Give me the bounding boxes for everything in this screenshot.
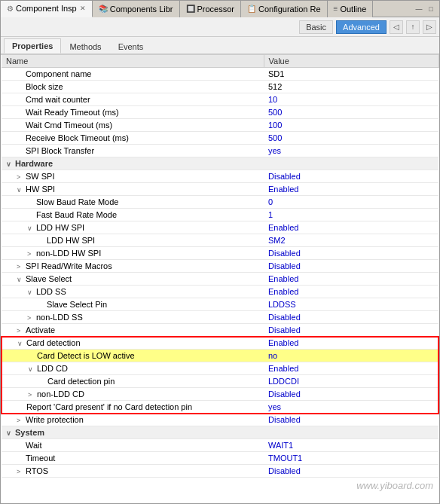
prop-value-cell: WAIT1 xyxy=(264,439,438,452)
prop-name-label: Activate xyxy=(26,325,55,334)
tab-components-lib[interactable]: 📚 Components Libr xyxy=(93,1,180,17)
basic-button[interactable]: Basic xyxy=(299,20,333,34)
prop-name-cell: Wait Cmd Timeout (ms) xyxy=(2,119,264,132)
tab-methods[interactable]: Methods xyxy=(61,39,109,53)
prop-name-label: Cmd wait counter xyxy=(26,95,90,104)
prop-name-label: Report 'Card present' if no Card detecti… xyxy=(26,402,192,411)
prop-value-label: 100 xyxy=(268,121,282,130)
prop-value-label: Disabled xyxy=(268,313,301,322)
table-row[interactable]: ∨Slave SelectEnabled xyxy=(2,273,438,286)
table-row[interactable]: Card Detect is LOW activeno xyxy=(2,350,438,362)
table-row[interactable]: Component nameSD1 xyxy=(2,68,438,81)
prop-value-cell: TMOUT1 xyxy=(264,452,438,465)
tab-configuration[interactable]: 📋 Configuration Re xyxy=(241,1,328,17)
table-row[interactable]: Report 'Card present' if no Card detecti… xyxy=(2,401,438,414)
tab-outline-label: Outline xyxy=(340,5,366,14)
table-row[interactable]: >non-LDD SSDisabled xyxy=(2,311,438,324)
prop-name-cell: ∨LDD CD xyxy=(2,362,264,375)
collapse-arrow-icon[interactable]: ∨ xyxy=(28,365,35,373)
outline-icon: ≡ xyxy=(334,5,338,13)
prop-name-cell: Component name xyxy=(2,68,264,81)
back-button[interactable]: ◁ xyxy=(390,20,403,34)
prop-value-cell: 500 xyxy=(264,132,438,145)
nav-up-button[interactable]: ↑ xyxy=(406,20,420,34)
collapse-arrow-icon[interactable]: ∨ xyxy=(17,186,24,194)
prop-name-label: SPI Block Transfer xyxy=(26,146,94,155)
prop-value-cell: Disabled xyxy=(264,170,438,183)
table-row[interactable]: ∨Hardware xyxy=(2,157,438,170)
expand-arrow-icon[interactable]: > xyxy=(17,173,24,181)
table-row[interactable]: Cmd wait counter10 xyxy=(2,93,438,106)
table-row[interactable]: >SPI Read/Write MacrosDisabled xyxy=(2,260,438,273)
component-insp-icon: ⚙ xyxy=(7,5,14,13)
prop-name-label: RTOS xyxy=(26,466,48,475)
table-row[interactable]: Receive Block Timeout (ms)500 xyxy=(2,132,438,145)
tab-outline[interactable]: ≡ Outline xyxy=(328,1,374,17)
expand-arrow-icon[interactable]: > xyxy=(17,468,24,475)
table-row[interactable]: ∨LDD CDEnabled xyxy=(2,362,438,375)
configuration-icon: 📋 xyxy=(247,5,256,13)
tab-close-icon[interactable]: ✕ xyxy=(80,5,86,12)
tab-properties[interactable]: Properties xyxy=(4,38,61,53)
forward-button[interactable]: ▷ xyxy=(423,20,436,34)
table-row[interactable]: Wait Cmd Timeout (ms)100 xyxy=(2,119,438,132)
maximize-btn[interactable]: □ xyxy=(426,4,436,14)
components-lib-icon: 📚 xyxy=(99,5,108,13)
expand-arrow-icon[interactable]: > xyxy=(17,417,24,424)
prop-value-cell: 0 xyxy=(264,196,438,209)
table-row[interactable]: Card detection pinLDDCDI xyxy=(2,375,438,388)
expand-arrow-icon[interactable]: > xyxy=(17,263,24,270)
expand-arrow-icon[interactable]: > xyxy=(17,327,24,334)
table-row[interactable]: ∨Card detectionEnabled xyxy=(2,337,438,350)
table-row[interactable]: >non-LDD HW SPIDisabled xyxy=(2,247,438,260)
table-row[interactable]: ∨HW SPIEnabled xyxy=(2,183,438,196)
table-row[interactable]: SPI Block Transferyes xyxy=(2,145,438,157)
table-row[interactable]: ∨LDD SSEnabled xyxy=(2,286,438,298)
prop-value-cell: yes xyxy=(264,145,438,157)
collapse-arrow-icon[interactable]: ∨ xyxy=(17,340,25,347)
table-row[interactable]: Block size512 xyxy=(2,81,438,93)
table-row[interactable]: ∨LDD HW SPIEnabled xyxy=(2,221,438,234)
table-row[interactable]: WaitWAIT1 xyxy=(2,439,438,452)
prop-value-label: 1 xyxy=(268,210,273,219)
tab-component-insp[interactable]: ⚙ Component Insp ✕ xyxy=(1,1,93,17)
collapse-arrow-icon[interactable]: ∨ xyxy=(6,160,14,168)
prop-value-cell xyxy=(264,426,438,439)
table-row[interactable]: >RTOSDisabled xyxy=(2,465,438,478)
table-row[interactable]: >SW SPIDisabled xyxy=(2,170,438,183)
collapse-arrow-icon[interactable]: ∨ xyxy=(17,276,24,283)
table-row[interactable]: Slow Baud Rate Mode0 xyxy=(2,196,438,209)
minimize-btn[interactable]: — xyxy=(414,4,424,14)
table-row[interactable]: ∨System xyxy=(2,426,438,439)
col-name-header: Name xyxy=(2,55,264,68)
expand-arrow-icon[interactable]: > xyxy=(27,250,35,258)
prop-name-cell: ∨LDD SS xyxy=(2,286,264,298)
prop-value-label: 512 xyxy=(268,82,282,91)
table-row[interactable]: Slave Select PinLDDSS xyxy=(2,298,438,311)
collapse-arrow-icon[interactable]: ∨ xyxy=(27,289,35,296)
advanced-button[interactable]: Advanced xyxy=(336,20,387,34)
prop-value-label: Disabled xyxy=(268,172,301,181)
prop-name-cell: ∨HW SPI xyxy=(2,183,264,196)
table-row[interactable]: LDD HW SPISM2 xyxy=(2,234,438,247)
prop-value-label: 500 xyxy=(268,108,282,117)
table-row[interactable]: >ActivateDisabled xyxy=(2,324,438,337)
prop-name-cell: ∨Hardware xyxy=(2,157,264,170)
collapse-arrow-icon[interactable]: ∨ xyxy=(6,429,14,437)
collapse-arrow-icon[interactable]: ∨ xyxy=(27,225,35,232)
table-row[interactable]: >Write protectionDisabled xyxy=(2,414,438,426)
expand-arrow-icon[interactable]: > xyxy=(27,314,35,322)
table-row[interactable]: >non-LDD CDDisabled xyxy=(2,388,438,401)
table-row[interactable]: Fast Baud Rate Mode1 xyxy=(2,209,438,221)
toolbar: Basic Advanced ◁ ↑ ▷ xyxy=(1,17,439,37)
tab-events[interactable]: Events xyxy=(110,39,152,53)
prop-value-cell: Enabled xyxy=(264,337,438,350)
expand-arrow-icon[interactable]: > xyxy=(28,391,35,399)
prop-name-label: Card Detect is LOW active xyxy=(37,351,135,360)
properties-container[interactable]: Name Value Component nameSD1Block size51… xyxy=(1,55,439,503)
tab-processor[interactable]: 🔲 Processor xyxy=(180,1,242,17)
table-row[interactable]: TimeoutTMOUT1 xyxy=(2,452,438,465)
prop-name-label: Slow Baud Rate Mode xyxy=(36,197,118,206)
prop-value-label: 10 xyxy=(268,95,277,104)
table-row[interactable]: Wait Ready Timeout (ms)500 xyxy=(2,106,438,119)
